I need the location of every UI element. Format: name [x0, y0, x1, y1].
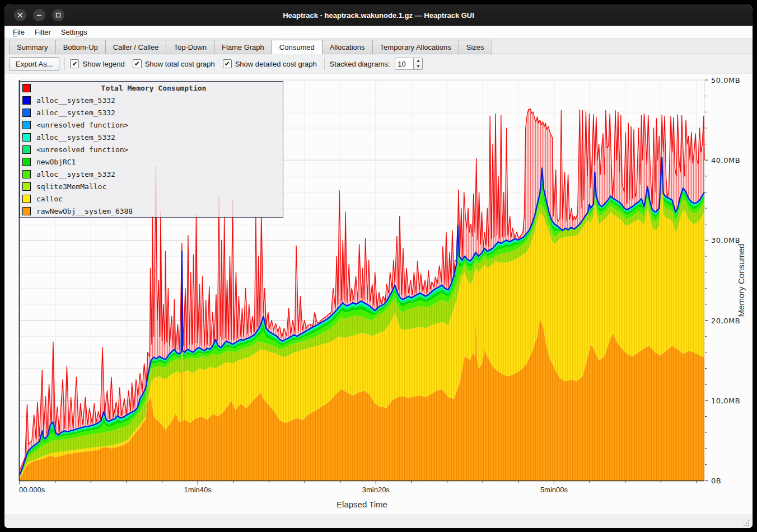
tab-temporary-allocations[interactable]: Temporary Allocations — [372, 40, 459, 54]
checkbox-check-icon: ✔ — [223, 59, 232, 68]
checkbox-show-total-cost-graph[interactable]: ✔Show total cost graph — [133, 59, 215, 68]
legend-label: rawNewObj__system_6388 — [36, 207, 133, 215]
checkbox-check-icon: ✔ — [133, 59, 142, 68]
legend-item-newobjrc1: newObjRC1 — [20, 156, 283, 168]
checkbox-show-legend[interactable]: ✔Show legend — [70, 59, 124, 68]
legend-swatch-icon — [22, 133, 31, 142]
menu-item-settings[interactable]: Settings — [56, 27, 92, 37]
legend-swatch-icon — [22, 96, 31, 105]
legend-item-unresolved-function: <unresolved function> — [20, 119, 283, 131]
svg-text:40,0MB: 40,0MB — [711, 156, 740, 164]
legend-item-rawnewobj-system-6388: rawNewObj__system_6388 — [20, 205, 283, 217]
consumed-chart: 00.000s1min40s3min20s5min00s0B10,0MB20,0… — [4, 74, 753, 515]
menu-item-filter[interactable]: Filter — [30, 27, 56, 37]
legend-title-row: Total Memory Consumption — [20, 82, 285, 94]
tab-bottom-up[interactable]: Bottom-Up — [55, 40, 106, 54]
legend-swatch-icon — [22, 195, 31, 203]
checkbox-show-detailed-cost-graph[interactable]: ✔Show detailed cost graph — [223, 59, 317, 68]
legend-label: alloc__system_5332 — [36, 96, 115, 105]
legend-label: sqlite3MemMalloc — [36, 182, 106, 191]
svg-text:10,0MB: 10,0MB — [711, 397, 740, 405]
tab-bar: SummaryBottom-UpCaller / CalleeTop-DownF… — [4, 39, 753, 54]
legend-swatch-icon — [22, 207, 31, 215]
legend-item-alloc-system-5332: alloc__system_5332 — [20, 131, 283, 143]
spin-up-button[interactable]: ▲ — [414, 58, 422, 64]
legend-label: alloc__system_5332 — [36, 109, 115, 117]
legend-swatch-icon — [22, 145, 31, 154]
tab-caller-callee[interactable]: Caller / Callee — [105, 40, 167, 54]
toolbar-separator — [324, 58, 325, 70]
svg-text:30,0MB: 30,0MB — [711, 236, 740, 244]
heaptrack-window: Heaptrack - heaptrack.wakunode.1.gz — He… — [4, 4, 753, 528]
checkbox-label: Show detailed cost graph — [235, 60, 317, 68]
window-title: Heaptrack - heaptrack.wakunode.1.gz — He… — [4, 11, 753, 20]
legend-label: newObjRC1 — [36, 158, 76, 166]
legend-item-alloc-system-5332: alloc__system_5332 — [20, 168, 283, 180]
close-icon — [17, 12, 23, 18]
legend-item-sqlite3memmalloc: sqlite3MemMalloc — [20, 180, 283, 192]
stacked-diagrams-spinbox: ▲ ▼ — [395, 58, 423, 70]
menu-item-file[interactable]: File — [8, 27, 30, 37]
legend-item-alloc-system-5332: alloc__system_5332 — [20, 94, 283, 106]
spin-down-button[interactable]: ▼ — [414, 64, 422, 69]
svg-text:20,0MB: 20,0MB — [711, 317, 740, 325]
checkbox-label: Show total cost graph — [145, 60, 215, 68]
close-button[interactable] — [14, 9, 26, 21]
legend-label: alloc__system_5332 — [36, 170, 115, 178]
legend-label: <unresolved function> — [36, 145, 128, 154]
legend-item-calloc: calloc — [20, 192, 283, 205]
status-bar — [4, 515, 753, 528]
legend-label: calloc — [36, 195, 63, 203]
legend-swatch-icon — [22, 170, 31, 178]
minimize-button[interactable] — [33, 9, 45, 21]
legend-swatch-icon — [22, 84, 31, 92]
toolbar-separator — [64, 58, 65, 70]
legend-item-unresolved-function: <unresolved function> — [20, 143, 283, 156]
svg-text:1min40s: 1min40s — [184, 486, 212, 494]
toolbar: Export As... ✔Show legend✔Show total cos… — [4, 54, 753, 74]
legend-swatch-icon — [22, 182, 31, 191]
tab-top-down[interactable]: Top-Down — [166, 40, 214, 54]
tab-sizes[interactable]: Sizes — [459, 40, 492, 54]
maximize-icon — [55, 12, 61, 18]
checkbox-check-icon: ✔ — [70, 59, 79, 68]
chart-legend: Total Memory Consumptionalloc__system_53… — [20, 81, 283, 218]
svg-text:0B: 0B — [711, 477, 721, 485]
tab-summary[interactable]: Summary — [9, 40, 56, 54]
svg-text:00.000s: 00.000s — [19, 486, 45, 494]
legend-label: Total Memory Consumption — [36, 84, 271, 92]
maximize-button[interactable] — [52, 9, 64, 21]
tab-flame-graph[interactable]: Flame Graph — [214, 40, 272, 54]
legend-swatch-icon — [22, 121, 31, 129]
resize-grip[interactable] — [743, 520, 750, 526]
legend-swatch-icon — [22, 109, 31, 117]
svg-text:50,0MB: 50,0MB — [711, 76, 740, 84]
menu-bar: FileFilterSettings — [4, 26, 753, 39]
tab-allocations[interactable]: Allocations — [322, 40, 373, 54]
stacked-diagrams-label: Stacked diagrams: — [330, 60, 390, 68]
legend-label: alloc__system_5332 — [36, 133, 115, 142]
svg-text:Elapsed Time: Elapsed Time — [337, 500, 387, 509]
svg-text:3min20s: 3min20s — [362, 486, 390, 494]
legend-swatch-icon — [22, 158, 31, 166]
stacked-diagrams-input[interactable] — [395, 58, 413, 70]
legend-label: <unresolved function> — [36, 121, 128, 129]
checkbox-label: Show legend — [82, 60, 124, 68]
svg-text:Memory Consumed: Memory Consumed — [736, 244, 746, 317]
minimize-icon — [36, 12, 42, 18]
tab-consumed[interactable]: Consumed — [272, 40, 323, 54]
titlebar: Heaptrack - heaptrack.wakunode.1.gz — He… — [4, 4, 753, 26]
export-as-button[interactable]: Export As... — [9, 57, 59, 71]
legend-item-alloc-system-5332: alloc__system_5332 — [20, 106, 283, 119]
svg-text:5min00s: 5min00s — [540, 486, 568, 494]
